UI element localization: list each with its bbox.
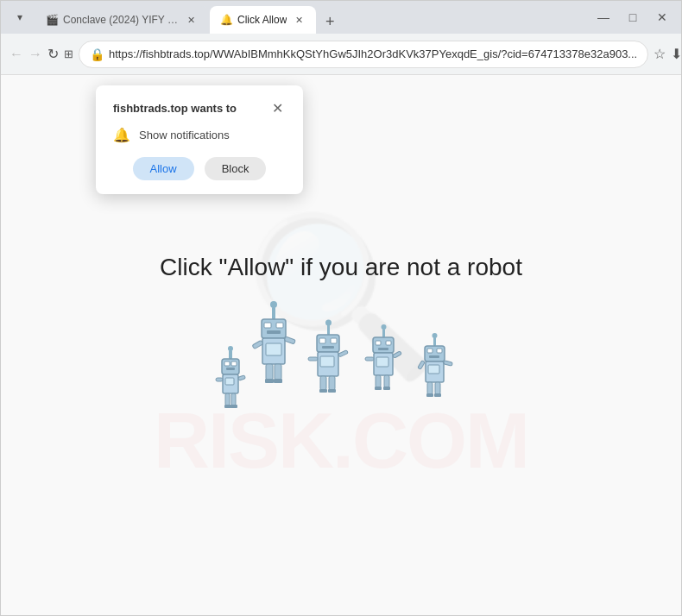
svg-rect-17 (264, 323, 271, 328)
svg-rect-25 (275, 364, 281, 380)
svg-rect-26 (265, 379, 274, 383)
svg-rect-31 (319, 338, 325, 343)
svg-rect-59 (427, 349, 433, 353)
forward-button[interactable]: → (28, 41, 42, 68)
svg-rect-60 (437, 349, 442, 353)
tab-2-favicon: 🔔 (220, 14, 232, 26)
svg-rect-53 (384, 375, 389, 387)
svg-rect-11 (231, 393, 236, 405)
svg-point-43 (382, 324, 387, 330)
allow-button[interactable]: Allow (133, 157, 194, 180)
svg-rect-19 (267, 330, 281, 334)
svg-rect-23 (284, 336, 295, 344)
svg-point-1 (228, 346, 233, 351)
svg-rect-16 (262, 319, 286, 338)
close-button[interactable]: ✕ (650, 5, 674, 29)
robots-illustration (212, 299, 470, 437)
svg-rect-69 (434, 393, 441, 397)
page-content: 🔍 RISK.COM fishbtrads.top wants to ✕ 🔔 S… (1, 75, 681, 615)
svg-rect-66 (427, 382, 433, 394)
popup-permission-row: 🔔 Show notifications (113, 127, 286, 143)
popup-site: fishbtrads.top (113, 102, 188, 115)
popup-wants: wants to (188, 102, 237, 115)
svg-rect-28 (327, 324, 330, 335)
svg-rect-10 (225, 393, 230, 405)
svg-rect-39 (329, 376, 335, 390)
svg-rect-42 (382, 329, 385, 337)
svg-rect-4 (231, 361, 237, 366)
svg-rect-0 (229, 350, 232, 359)
block-button[interactable]: Block (205, 157, 267, 180)
popup-header: fishbtrads.top wants to ✕ (113, 99, 286, 116)
svg-rect-45 (376, 341, 381, 345)
address-options-button[interactable]: ⊞ (64, 41, 73, 68)
svg-rect-49 (376, 357, 388, 367)
download-button[interactable]: ⬇ (671, 41, 682, 68)
maximize-button[interactable]: □ (621, 5, 645, 29)
back-button[interactable]: ← (9, 41, 23, 68)
robots-svg (212, 299, 470, 437)
svg-rect-54 (375, 387, 382, 390)
svg-rect-2 (222, 359, 239, 374)
address-input-wrap[interactable]: 🔒 https://fishbtrads.top/WWAbIBMmhKkQStY… (79, 41, 648, 68)
page-main: Click "Allow" if you are not a robot (160, 254, 522, 437)
lock-icon: 🔒 (90, 47, 104, 61)
svg-rect-7 (225, 378, 234, 385)
tab-2-close[interactable]: ✕ (292, 13, 306, 27)
svg-rect-32 (331, 338, 337, 343)
notification-popup: fishbtrads.top wants to ✕ 🔔 Show notific… (96, 85, 303, 194)
tab-1-title: Conclave (2024) YIFY – Downlo... (63, 14, 179, 26)
svg-point-29 (325, 320, 332, 326)
svg-rect-12 (224, 405, 231, 408)
url-display: https://fishbtrads.top/WWAbIBMmhKkQStYhG… (109, 47, 637, 60)
svg-rect-68 (426, 393, 433, 397)
reload-button[interactable]: ↻ (47, 41, 59, 68)
svg-rect-41 (328, 389, 336, 393)
tab-2-title: Click Allow (237, 14, 287, 26)
svg-rect-55 (383, 387, 390, 390)
minimize-button[interactable]: — (591, 5, 616, 29)
window-controls: — □ ✕ (591, 5, 674, 29)
svg-rect-47 (378, 348, 388, 350)
svg-rect-33 (322, 346, 334, 349)
svg-rect-52 (376, 375, 381, 387)
svg-point-57 (433, 333, 438, 338)
svg-rect-56 (433, 337, 436, 346)
svg-rect-14 (272, 307, 275, 319)
svg-rect-65 (444, 361, 453, 366)
popup-permission-text: Show notifications (139, 129, 230, 141)
svg-rect-18 (276, 323, 283, 328)
svg-rect-8 (216, 378, 223, 381)
svg-rect-35 (320, 356, 334, 367)
page-headline: Click "Allow" if you are not a robot (160, 254, 522, 281)
tab-2[interactable]: 🔔 Click Allow ✕ (210, 6, 316, 34)
address-bar: ← → ↻ ⊞ 🔒 https://fishbtrads.top/WWAbIBM… (1, 34, 681, 75)
bookmark-button[interactable]: ☆ (654, 41, 666, 68)
browser-window: ▾ 🎬 Conclave (2024) YIFY – Downlo... ✕ 🔔… (0, 0, 682, 616)
title-bar: ▾ 🎬 Conclave (2024) YIFY – Downlo... ✕ 🔔… (1, 1, 681, 34)
svg-rect-3 (224, 361, 230, 366)
svg-rect-9 (238, 375, 246, 380)
svg-rect-24 (266, 364, 273, 380)
svg-rect-5 (226, 368, 235, 370)
popup-buttons: Allow Block (113, 157, 286, 180)
popup-close-button[interactable]: ✕ (268, 99, 286, 116)
svg-rect-64 (418, 361, 425, 370)
svg-rect-40 (319, 389, 327, 393)
svg-rect-27 (274, 379, 282, 383)
svg-rect-67 (435, 382, 440, 394)
popup-title: fishbtrads.top wants to (113, 102, 237, 115)
tab-1-close[interactable]: ✕ (184, 13, 198, 27)
new-tab-button[interactable]: + (318, 9, 342, 34)
tab-list-button[interactable]: ▾ (8, 5, 32, 29)
svg-rect-22 (252, 340, 263, 349)
tab-list: 🎬 Conclave (2024) YIFY – Downlo... ✕ 🔔 C… (35, 1, 581, 34)
svg-rect-13 (230, 405, 237, 408)
svg-rect-61 (429, 355, 439, 358)
svg-point-15 (270, 301, 277, 308)
tab-1[interactable]: 🎬 Conclave (2024) YIFY – Downlo... ✕ (35, 6, 208, 34)
svg-rect-63 (428, 365, 439, 374)
tab-1-favicon: 🎬 (46, 14, 58, 26)
svg-rect-21 (266, 343, 281, 355)
svg-rect-50 (365, 357, 374, 361)
